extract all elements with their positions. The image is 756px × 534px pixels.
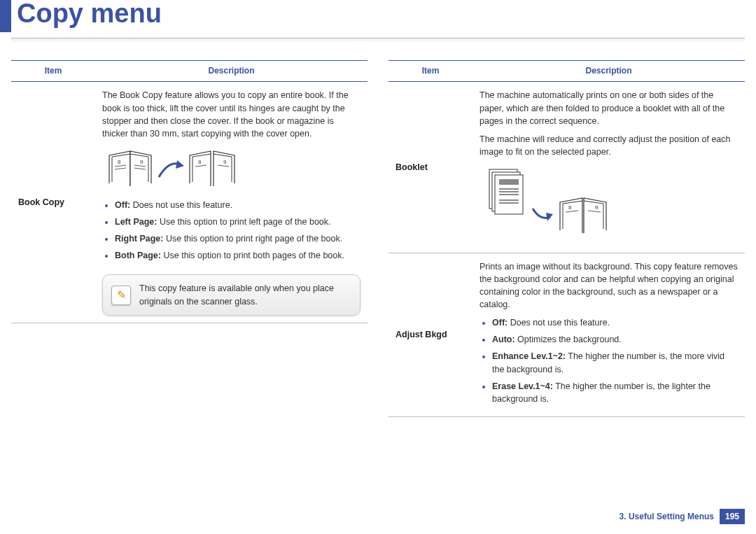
opt-label: Auto: [492,335,515,344]
book-copy-illustration: 8 9 [106,148,360,189]
table-header-row: Item Description [11,61,368,82]
desc-book-copy: The Book Copy feature allows you to copy… [95,82,368,323]
page-number: 195 [720,509,745,524]
item-adjust-bkgd: Adjust Bkgd [388,253,472,416]
book-single-icon: 8 9 [106,148,154,189]
table-row: Booklet The machine automatically prints… [388,82,745,253]
booklet-p2: The machine will reduce and correctly ad… [479,133,738,158]
left-table: Item Description Book Copy The Book Copy… [11,60,368,323]
desc-booklet: The machine automatically prints on one … [472,82,745,253]
page-stack-icon [484,167,528,217]
arrow-right-icon [156,155,186,183]
header: Copy menu [0,0,756,32]
header-accent [0,0,11,32]
list-item: Off: Does not use this feature. [115,199,360,211]
list-item: Left Page: Use this option to print left… [115,216,360,228]
opt-label: Off: [492,318,507,328]
opt-label: Right Page: [115,234,163,244]
booklet-p1: The machine automatically prints on one … [479,89,738,127]
svg-text:9: 9 [223,159,227,165]
footer: 3. Useful Setting Menus 195 [620,509,745,524]
opt-text: Use this option to print both pages of t… [161,251,344,260]
svg-marker-20 [546,213,553,221]
adjust-options: Off: Does not use this feature. Auto: Op… [479,316,738,405]
book-copy-options: Off: Does not use this feature. Left Pag… [102,199,360,262]
table-row: Book Copy The Book Copy feature allows y… [11,82,368,323]
right-column: Item Description Booklet The machine aut… [388,60,745,417]
pencil-note-icon: ✎ [111,286,131,305]
svg-marker-6 [176,160,184,169]
col-desc-header: Description [95,61,368,82]
svg-text:9: 9 [140,159,144,165]
booklet-illustration: 8 9 [484,167,738,236]
footer-section: 3. Useful Setting Menus [620,512,714,521]
opt-label: Enhance Lev.1~2: [492,351,566,361]
content: Item Description Book Copy The Book Copy… [0,39,756,417]
opt-text: Does not use this feature. [130,200,232,210]
svg-text:8: 8 [568,204,572,211]
note-box: ✎ This copy feature is available only wh… [102,274,360,315]
right-table: Item Description Booklet The machine aut… [388,60,745,417]
note-text: This copy feature is available only when… [139,282,351,307]
opt-text: Optimizes the background. [515,335,622,344]
adjust-intro: Prints an image without its background. … [479,260,738,311]
svg-text:8: 8 [198,159,202,165]
svg-text:8: 8 [118,159,121,165]
book-double-icon: 8 9 [188,148,236,189]
booklet-open-icon: 8 9 [557,194,609,236]
opt-text: Use this option to print right page of t… [163,234,342,244]
item-booklet: Booklet [388,82,472,253]
opt-label: Off: [115,200,130,210]
opt-label: Left Page: [115,217,157,227]
opt-text: Does not use this feature. [507,318,610,328]
svg-text:9: 9 [595,204,598,211]
opt-label: Erase Lev.1~4: [492,381,553,391]
table-header-row: Item Description [388,61,745,82]
table-row: Adjust Bkgd Prints an image without its … [388,253,745,416]
col-item-header: Item [11,61,95,82]
page-title: Copy menu [17,0,162,27]
opt-text: Use this option to print left page of th… [157,217,330,227]
col-desc-header: Description [472,61,745,82]
list-item: Off: Does not use this feature. [492,316,738,329]
list-item: Enhance Lev.1~2: The higher the number i… [492,350,738,375]
col-item-header: Item [388,61,472,82]
svg-rect-14 [499,179,519,185]
list-item: Auto: Optimizes the background. [492,333,738,346]
item-book-copy: Book Copy [11,82,95,323]
arrow-right-icon [531,204,554,225]
opt-label: Both Page: [115,251,161,260]
list-item: Right Page: Use this option to print rig… [115,232,360,245]
list-item: Erase Lev.1~4: The higher the number is,… [492,380,738,405]
list-item: Both Page: Use this option to print both… [115,249,360,262]
book-copy-intro: The Book Copy feature allows you to copy… [102,89,360,140]
left-column: Item Description Book Copy The Book Copy… [11,60,368,417]
desc-adjust-bkgd: Prints an image without its background. … [472,253,745,416]
